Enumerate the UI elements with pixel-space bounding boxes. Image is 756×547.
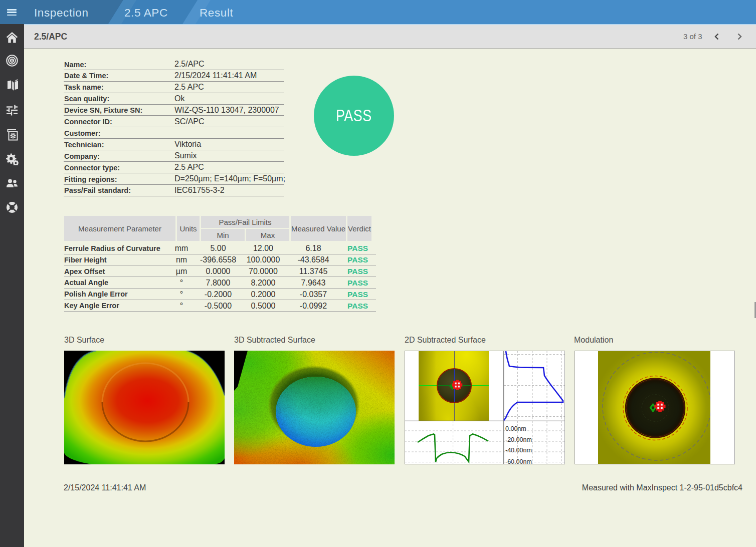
svg-text:-60.00nm: -60.00nm (505, 458, 532, 464)
svg-text:-20.00nm: -20.00nm (505, 436, 532, 443)
svg-text:0.00nm: 0.00nm (505, 425, 526, 432)
svg-text:-40.00nm: -40.00nm (505, 447, 532, 454)
